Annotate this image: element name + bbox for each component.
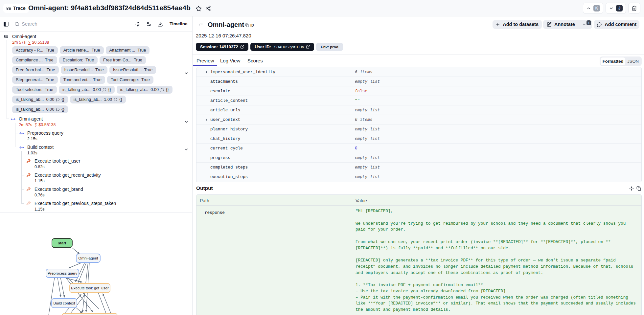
svg-text:Execute tool: get_user: Execute tool: get_user <box>71 286 109 290</box>
svg-text:Preprocess query: Preprocess query <box>48 271 77 275</box>
svg-text:Build context: Build context <box>54 301 76 305</box>
svg-text:__start__: __start__ <box>54 241 71 245</box>
svg-text:Omni-agent: Omni-agent <box>78 256 98 260</box>
